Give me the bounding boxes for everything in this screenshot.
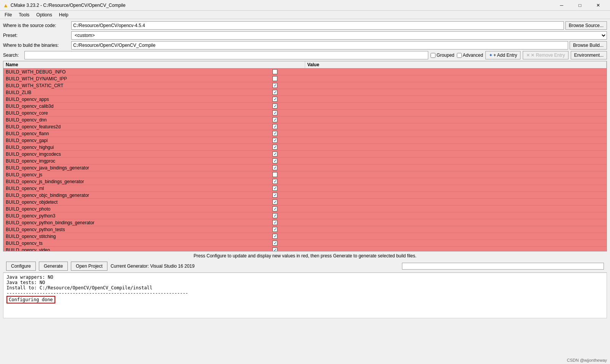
row-checkbox[interactable]: [272, 165, 277, 170]
row-checkbox[interactable]: [272, 117, 277, 122]
table-row: BUILD_WITH_DEBUG_INFO: [3, 69, 607, 75]
table-row: BUILD_opencv_imgproc: [3, 158, 607, 164]
name-cell: BUILD_opencv_ts: [3, 240, 270, 246]
menu-tools[interactable]: Tools: [16, 11, 32, 18]
value-cell: [270, 185, 607, 192]
row-checkbox[interactable]: [272, 213, 277, 218]
binaries-label: Where to build the binaries:: [3, 43, 70, 48]
row-checkbox[interactable]: [272, 131, 277, 136]
remove-entry-button[interactable]: ✕ ✕ Remove Entry: [523, 51, 568, 59]
row-checkbox[interactable]: [272, 234, 277, 239]
row-checkbox[interactable]: [272, 145, 277, 150]
table-row: BUILD_opencv_gapi: [3, 137, 607, 144]
value-cell: [270, 171, 607, 178]
name-cell: BUILD_opencv_highgui: [3, 144, 270, 150]
row-checkbox[interactable]: [272, 200, 277, 204]
environment-button[interactable]: Environment...: [571, 51, 607, 59]
row-checkbox[interactable]: [272, 76, 277, 81]
name-cell: BUILD_opencv_dnn: [3, 117, 270, 123]
grouped-label: Grouped: [437, 53, 455, 58]
table-row: BUILD_opencv_js_bindings_generator: [3, 178, 607, 185]
table-row: BUILD_opencv_python_bindings_generator: [3, 219, 607, 226]
progress-bar: [402, 263, 604, 270]
menu-file[interactable]: File: [2, 11, 15, 18]
grouped-group: Grouped: [431, 53, 455, 58]
add-entry-button[interactable]: ✦ + Add Entry: [485, 51, 520, 59]
app-icon: ▲: [3, 2, 8, 8]
row-checkbox[interactable]: [272, 110, 277, 115]
minimize-button[interactable]: ─: [553, 0, 570, 11]
row-checkbox[interactable]: [272, 179, 277, 184]
value-cell: [270, 75, 607, 82]
browse-source-button[interactable]: Browse Source...: [565, 21, 607, 30]
name-cell: BUILD_opencv_apps: [3, 96, 270, 102]
row-checkbox[interactable]: [272, 241, 277, 246]
name-cell: BUILD_opencv_python3: [3, 212, 270, 219]
window-title: CMake 3.23.2 - C:/Resource/OpenCV/OpenCV…: [11, 3, 125, 8]
name-cell: BUILD_opencv_js_bindings_generator: [3, 178, 270, 185]
bottom-toolbar: Configure Generate Open Project Current …: [3, 260, 607, 273]
value-cell: [270, 192, 607, 198]
open-project-button[interactable]: Open Project: [71, 262, 107, 271]
value-cell: [270, 226, 607, 233]
log-lines: Java wrappers: NOJava tests: NOInstall t…: [6, 275, 604, 296]
table-row: BUILD_opencv_objdetect: [3, 199, 607, 206]
row-checkbox[interactable]: [272, 186, 277, 191]
row-checkbox[interactable]: [272, 158, 277, 163]
table-row: BUILD_opencv_stitching: [3, 233, 607, 240]
value-cell: [270, 151, 607, 157]
table-body: BUILD_WITH_DEBUG_INFOBUILD_WITH_DYNAMIC_…: [3, 69, 607, 251]
maximize-button[interactable]: □: [571, 0, 589, 11]
menu-help[interactable]: Help: [56, 11, 72, 18]
status-bar: Press Configure to update and display ne…: [3, 251, 607, 260]
grouped-checkbox[interactable]: [431, 53, 435, 58]
source-input[interactable]: [71, 21, 564, 30]
table-row: BUILD_opencv_objc_bindings_generator: [3, 192, 607, 199]
row-checkbox[interactable]: [272, 69, 277, 74]
table-row: BUILD_opencv_features2d: [3, 123, 607, 130]
row-checkbox[interactable]: [272, 172, 277, 177]
row-checkbox[interactable]: [272, 193, 277, 198]
row-checkbox[interactable]: [272, 247, 277, 251]
browse-build-button[interactable]: Browse Build...: [570, 41, 607, 49]
value-cell: [270, 199, 607, 205]
search-input[interactable]: [24, 51, 428, 59]
log-line: ----------------------------------------…: [6, 291, 604, 296]
source-label: Where is the source code:: [3, 23, 70, 28]
log-line: Java tests: NO: [6, 280, 604, 285]
row-checkbox[interactable]: [272, 138, 277, 143]
row-checkbox[interactable]: [272, 227, 277, 232]
row-checkbox[interactable]: [272, 152, 277, 156]
name-cell: BUILD_opencv_core: [3, 110, 270, 116]
row-checkbox[interactable]: [272, 90, 277, 95]
name-cell: BUILD_WITH_DEBUG_INFO: [3, 69, 270, 75]
generate-button[interactable]: Generate: [39, 262, 68, 271]
value-cell: [270, 240, 607, 246]
row-checkbox[interactable]: [272, 206, 277, 211]
table-row: BUILD_opencv_python_tests: [3, 226, 607, 233]
config-table: Name Value BUILD_WITH_DEBUG_INFOBUILD_WI…: [3, 61, 607, 251]
table-row: BUILD_opencv_core: [3, 110, 607, 117]
configure-button[interactable]: Configure: [6, 262, 36, 271]
status-message: Press Configure to update and display ne…: [194, 253, 416, 259]
advanced-checkbox[interactable]: [457, 53, 462, 58]
close-button[interactable]: ✕: [589, 0, 607, 11]
binaries-input[interactable]: [71, 41, 568, 49]
log-line: Java wrappers: NO: [6, 275, 604, 280]
menu-options[interactable]: Options: [33, 11, 55, 18]
row-checkbox[interactable]: [272, 97, 277, 102]
value-cell: [270, 206, 607, 212]
row-checkbox[interactable]: [272, 83, 277, 88]
name-cell: BUILD_opencv_python_bindings_generator: [3, 219, 270, 226]
table-row: BUILD_ZLIB: [3, 89, 607, 96]
row-checkbox[interactable]: [272, 104, 277, 109]
preset-select[interactable]: <custom>: [71, 31, 607, 40]
source-row: Where is the source code: Browse Source.…: [3, 21, 607, 30]
table-row: BUILD_WITH_STATIC_CRT: [3, 82, 607, 89]
name-cell: BUILD_opencv_objdetect: [3, 199, 270, 205]
table-row: BUILD_opencv_flann: [3, 130, 607, 137]
value-column-header: Value: [305, 61, 607, 68]
row-checkbox[interactable]: [272, 124, 277, 129]
row-checkbox[interactable]: [272, 220, 277, 225]
name-cell: BUILD_opencv_calib3d: [3, 103, 270, 109]
